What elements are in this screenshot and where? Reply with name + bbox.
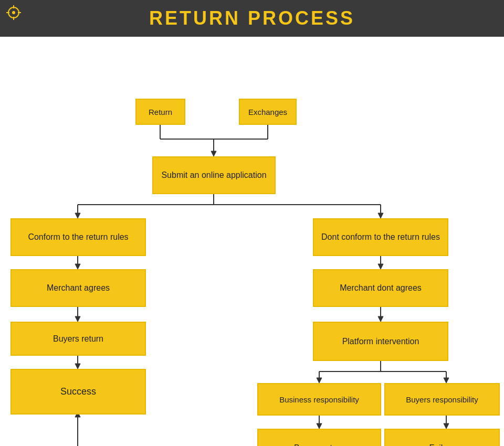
svg-marker-10 — [211, 151, 216, 156]
success-box: Success — [10, 369, 146, 415]
svg-marker-39 — [444, 423, 449, 429]
svg-marker-20 — [75, 316, 80, 322]
svg-marker-16 — [378, 213, 383, 218]
merchant-dont-agrees-box: Merchant dont agrees — [313, 269, 448, 307]
merchant-agrees-box: Merchant agrees — [10, 269, 146, 307]
buyers-responsibility-box: Buyers responsibility — [384, 383, 500, 416]
svg-marker-22 — [75, 364, 80, 369]
crosshair-icon — [6, 5, 21, 20]
svg-marker-33 — [317, 378, 322, 383]
page-title: RETURN PROCESS — [149, 7, 355, 29]
svg-marker-18 — [75, 264, 80, 269]
svg-marker-35 — [444, 378, 449, 383]
failure-box: Failure — [384, 429, 500, 446]
exchanges-box: Exchanges — [239, 99, 297, 125]
dont-conform-rules-box: Dont conform to the return rules — [313, 218, 448, 256]
platform-intervention-box: Platform intervention — [313, 322, 448, 361]
svg-marker-37 — [317, 423, 322, 429]
page-header: RETURN PROCESS — [0, 0, 504, 37]
buyers-return-right-box: Buyers return — [257, 429, 381, 446]
diagram-area: Return Exchanges Submit an online applic… — [0, 37, 504, 446]
business-responsibility-box: Business responsibility — [257, 383, 381, 416]
svg-point-5 — [12, 11, 15, 14]
svg-marker-29 — [378, 316, 383, 322]
submit-online-box: Submit an online application — [152, 156, 276, 194]
return-box: Return — [135, 99, 185, 125]
buyers-return-left-box: Buyers return — [10, 322, 146, 356]
svg-marker-14 — [75, 213, 80, 218]
svg-marker-27 — [378, 264, 383, 269]
conform-rules-box: Conform to the return rules — [10, 218, 146, 256]
